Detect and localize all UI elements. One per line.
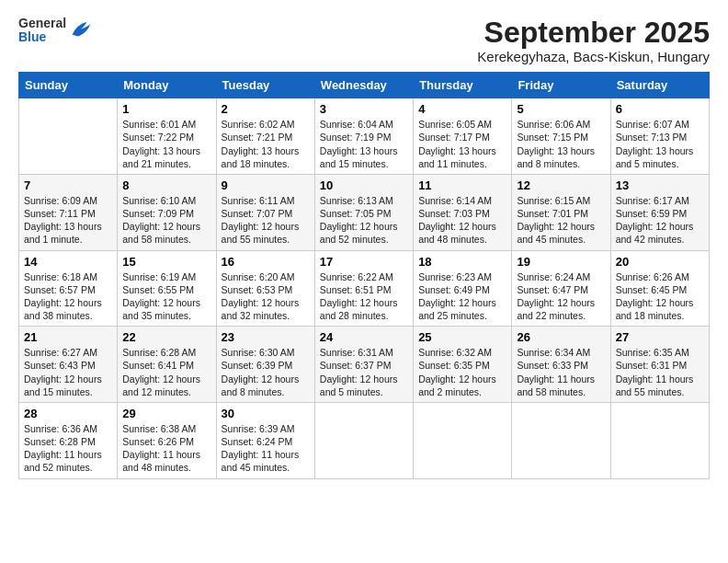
day-info: Sunrise: 6:19 AM Sunset: 6:55 PM Dayligh… (122, 270, 210, 323)
calendar-cell: 10Sunrise: 6:13 AM Sunset: 7:05 PM Dayli… (314, 174, 413, 250)
day-number: 19 (517, 255, 605, 269)
day-number: 10 (320, 178, 408, 192)
day-number: 8 (122, 178, 210, 192)
day-number: 1 (122, 102, 210, 116)
day-info: Sunrise: 6:02 AM Sunset: 7:21 PM Dayligh… (222, 118, 310, 170)
day-of-week-thursday: Thursday (414, 73, 512, 98)
day-info: Sunrise: 6:04 AM Sunset: 7:19 PM Dayligh… (320, 118, 408, 170)
calendar-cell (314, 402, 413, 478)
calendar-cell: 3Sunrise: 6:04 AM Sunset: 7:19 PM Daylig… (314, 98, 413, 175)
day-info: Sunrise: 6:05 AM Sunset: 7:17 PM Dayligh… (418, 118, 506, 170)
day-number: 5 (517, 102, 605, 116)
day-number: 22 (122, 330, 210, 344)
day-number: 18 (418, 255, 506, 269)
day-number: 17 (320, 255, 408, 269)
logo-blue: Blue (18, 30, 66, 44)
day-number: 14 (24, 255, 112, 269)
day-of-week-friday: Friday (512, 73, 610, 98)
calendar-cell: 29Sunrise: 6:38 AM Sunset: 6:26 PM Dayli… (118, 402, 216, 478)
day-number: 26 (517, 330, 605, 344)
calendar-cell: 5Sunrise: 6:06 AM Sunset: 7:15 PM Daylig… (512, 98, 610, 175)
calendar-cell: 20Sunrise: 6:26 AM Sunset: 6:45 PM Dayli… (610, 250, 709, 327)
calendar-cell: 18Sunrise: 6:23 AM Sunset: 6:49 PM Dayli… (414, 250, 512, 327)
day-info: Sunrise: 6:17 AM Sunset: 6:59 PM Dayligh… (616, 194, 704, 247)
day-info: Sunrise: 6:10 AM Sunset: 7:09 PM Dayligh… (122, 194, 210, 247)
day-number: 25 (418, 330, 506, 344)
day-number: 30 (222, 407, 310, 420)
calendar-cell (512, 402, 610, 478)
calendar-cell: 25Sunrise: 6:32 AM Sunset: 6:35 PM Dayli… (414, 327, 512, 403)
day-info: Sunrise: 6:36 AM Sunset: 6:28 PM Dayligh… (24, 422, 112, 475)
calendar-cell: 6Sunrise: 6:07 AM Sunset: 7:13 PM Daylig… (610, 98, 709, 175)
day-info: Sunrise: 6:31 AM Sunset: 6:37 PM Dayligh… (320, 346, 408, 398)
day-number: 3 (320, 102, 408, 116)
day-info: Sunrise: 6:22 AM Sunset: 6:51 PM Dayligh… (320, 270, 408, 323)
calendar-cell: 8Sunrise: 6:10 AM Sunset: 7:09 PM Daylig… (118, 174, 216, 250)
day-info: Sunrise: 6:23 AM Sunset: 6:49 PM Dayligh… (418, 270, 506, 323)
calendar-cell: 26Sunrise: 6:34 AM Sunset: 6:33 PM Dayli… (512, 327, 610, 403)
day-info: Sunrise: 6:01 AM Sunset: 7:22 PM Dayligh… (122, 118, 210, 170)
calendar-header: SundayMondayTuesdayWednesdayThursdayFrid… (19, 73, 710, 98)
calendar-cell: 27Sunrise: 6:35 AM Sunset: 6:31 PM Dayli… (610, 327, 709, 403)
calendar-cell: 7Sunrise: 6:09 AM Sunset: 7:11 PM Daylig… (19, 174, 118, 250)
calendar-week-5: 28Sunrise: 6:36 AM Sunset: 6:28 PM Dayli… (19, 402, 710, 478)
day-number: 20 (616, 255, 704, 269)
location-subtitle: Kerekegyhaza, Bacs-Kiskun, Hungary (477, 49, 710, 64)
day-of-week-wednesday: Wednesday (314, 73, 413, 98)
calendar-cell: 1Sunrise: 6:01 AM Sunset: 7:22 PM Daylig… (118, 98, 216, 175)
day-info: Sunrise: 6:28 AM Sunset: 6:41 PM Dayligh… (122, 346, 210, 398)
day-number: 28 (24, 407, 112, 420)
days-of-week-row: SundayMondayTuesdayWednesdayThursdayFrid… (19, 73, 710, 98)
calendar-cell (414, 402, 512, 478)
day-info: Sunrise: 6:09 AM Sunset: 7:11 PM Dayligh… (24, 194, 112, 247)
calendar-cell: 16Sunrise: 6:20 AM Sunset: 6:53 PM Dayli… (216, 250, 314, 327)
day-number: 16 (222, 255, 310, 269)
calendar-cell (19, 98, 118, 175)
calendar-cell: 24Sunrise: 6:31 AM Sunset: 6:37 PM Dayli… (314, 327, 413, 403)
calendar-cell: 9Sunrise: 6:11 AM Sunset: 7:07 PM Daylig… (216, 174, 314, 250)
logo: General Blue (18, 17, 94, 45)
day-of-week-monday: Monday (118, 73, 216, 98)
calendar-cell: 15Sunrise: 6:19 AM Sunset: 6:55 PM Dayli… (118, 250, 216, 327)
day-number: 7 (24, 178, 112, 192)
calendar-cell: 14Sunrise: 6:18 AM Sunset: 6:57 PM Dayli… (19, 250, 118, 327)
calendar-week-3: 14Sunrise: 6:18 AM Sunset: 6:57 PM Dayli… (19, 250, 710, 327)
day-number: 15 (122, 255, 210, 269)
day-info: Sunrise: 6:11 AM Sunset: 7:07 PM Dayligh… (222, 194, 310, 247)
day-info: Sunrise: 6:18 AM Sunset: 6:57 PM Dayligh… (24, 270, 112, 323)
day-info: Sunrise: 6:30 AM Sunset: 6:39 PM Dayligh… (222, 346, 310, 398)
logo-bird-icon (68, 17, 94, 43)
calendar-cell: 13Sunrise: 6:17 AM Sunset: 6:59 PM Dayli… (610, 174, 709, 250)
day-info: Sunrise: 6:32 AM Sunset: 6:35 PM Dayligh… (418, 346, 506, 398)
day-number: 13 (616, 178, 704, 192)
page-header: General Blue September 2025 Kerekegyhaza… (18, 17, 710, 64)
calendar-cell: 22Sunrise: 6:28 AM Sunset: 6:41 PM Dayli… (118, 327, 216, 403)
day-info: Sunrise: 6:26 AM Sunset: 6:45 PM Dayligh… (616, 270, 704, 323)
calendar-table: SundayMondayTuesdayWednesdayThursdayFrid… (18, 72, 710, 478)
day-number: 9 (222, 178, 310, 192)
day-info: Sunrise: 6:15 AM Sunset: 7:01 PM Dayligh… (517, 194, 605, 247)
logo-text: General Blue (18, 17, 66, 45)
day-number: 24 (320, 330, 408, 344)
day-info: Sunrise: 6:34 AM Sunset: 6:33 PM Dayligh… (517, 346, 605, 398)
day-number: 6 (616, 102, 704, 116)
day-info: Sunrise: 6:06 AM Sunset: 7:15 PM Dayligh… (517, 118, 605, 170)
day-number: 27 (616, 330, 704, 344)
day-info: Sunrise: 6:07 AM Sunset: 7:13 PM Dayligh… (616, 118, 704, 170)
day-info: Sunrise: 6:38 AM Sunset: 6:26 PM Dayligh… (122, 422, 210, 475)
calendar-cell: 12Sunrise: 6:15 AM Sunset: 7:01 PM Dayli… (512, 174, 610, 250)
calendar-cell: 17Sunrise: 6:22 AM Sunset: 6:51 PM Dayli… (314, 250, 413, 327)
calendar-cell: 28Sunrise: 6:36 AM Sunset: 6:28 PM Dayli… (19, 402, 118, 478)
calendar-cell: 30Sunrise: 6:39 AM Sunset: 6:24 PM Dayli… (216, 402, 314, 478)
calendar-cell: 4Sunrise: 6:05 AM Sunset: 7:17 PM Daylig… (414, 98, 512, 175)
calendar-cell: 2Sunrise: 6:02 AM Sunset: 7:21 PM Daylig… (216, 98, 314, 175)
calendar-week-1: 1Sunrise: 6:01 AM Sunset: 7:22 PM Daylig… (19, 98, 710, 175)
day-info: Sunrise: 6:20 AM Sunset: 6:53 PM Dayligh… (222, 270, 310, 323)
day-info: Sunrise: 6:24 AM Sunset: 6:47 PM Dayligh… (517, 270, 605, 323)
day-info: Sunrise: 6:35 AM Sunset: 6:31 PM Dayligh… (616, 346, 704, 398)
calendar-cell: 19Sunrise: 6:24 AM Sunset: 6:47 PM Dayli… (512, 250, 610, 327)
calendar-cell (610, 402, 709, 478)
title-block: September 2025 Kerekegyhaza, Bacs-Kiskun… (477, 17, 710, 64)
day-number: 23 (222, 330, 310, 344)
day-number: 4 (418, 102, 506, 116)
